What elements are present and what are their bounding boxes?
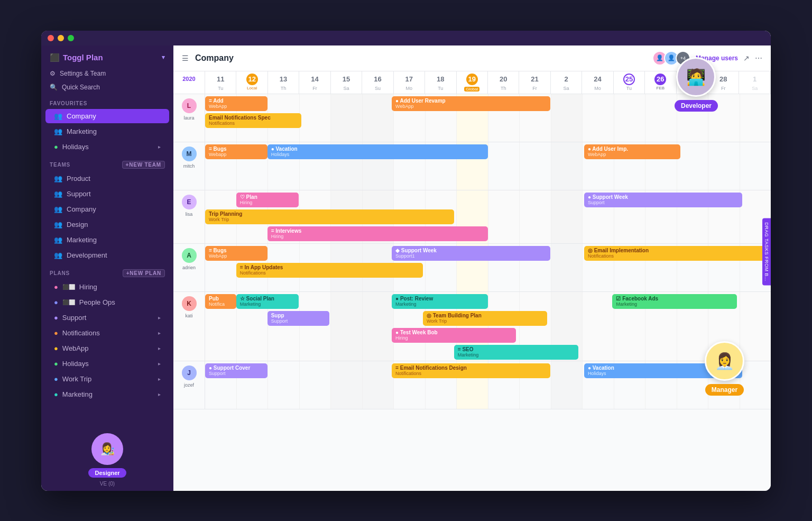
name-laura: laura <box>183 115 194 121</box>
name-mitch: mitch <box>183 163 195 169</box>
people-icon: 👥 <box>54 251 62 259</box>
sidebar-item-hiring[interactable]: ● ⬛⬜ Hiring <box>45 280 169 294</box>
chevron-icon: ▸ <box>158 391 161 397</box>
circle-icon: ● <box>54 143 58 151</box>
sidebar-item-development[interactable]: 👥 Development <box>45 248 169 262</box>
task-bugs-mitch[interactable]: = Bugs Webapp <box>205 144 267 159</box>
menu-icon[interactable]: ☰ <box>182 54 189 62</box>
manager-float: 👩‍💼 Manager <box>705 341 744 396</box>
user-kati: K kati <box>173 292 205 361</box>
task-email-impl[interactable]: ◎ Email Implementation Notifications <box>584 246 771 261</box>
sidebar-item-holidays-fav[interactable]: ● Holidays ▸ <box>45 140 169 154</box>
day-tu25: 25 Tu <box>614 71 645 94</box>
app-window: ⬛ Toggl Plan ▾ ⚙ Settings & Team 🔍 Quick… <box>41 31 771 491</box>
task-add[interactable]: = Add WebApp <box>205 96 267 111</box>
sidebar-item-product[interactable]: 👥 Product <box>45 171 169 186</box>
task-interviews[interactable]: = Interviews Hiring <box>267 226 488 241</box>
sidebar-item-company-team[interactable]: 👥 Company <box>45 202 169 216</box>
name-kati: kati <box>185 313 192 318</box>
sidebar-item-marketing-team[interactable]: 👥 Marketing <box>45 233 169 247</box>
task-test-week-bob[interactable]: ● Test Week Bob Hiring <box>392 328 516 343</box>
cells-mitch[interactable]: = Bugs Webapp ● Vacation Holidays ● Add … <box>205 142 771 190</box>
task-plan-hiring[interactable]: ♡ Plan Hiring <box>236 193 299 207</box>
sidebar-item-company[interactable]: 👥 Company <box>45 109 169 123</box>
task-social-plan[interactable]: ☆ Social Plan Marketing <box>236 294 299 309</box>
maximize-button[interactable] <box>68 35 74 41</box>
task-pub[interactable]: Pub Notifica <box>205 294 236 309</box>
minimize-button[interactable] <box>58 35 64 41</box>
day-sa2: 2Sa <box>551 71 582 94</box>
sidebar-item-notifications-plan[interactable]: ● Notifications ▸ <box>45 326 169 340</box>
sidebar-item-webapp-plan[interactable]: ● WebApp ▸ <box>45 341 169 355</box>
app-logo[interactable]: ⬛ Toggl Plan ▾ <box>41 45 173 67</box>
sidebar-item-design[interactable]: 👥 Design <box>45 217 169 232</box>
task-supp[interactable]: Supp Support <box>267 311 330 326</box>
task-add-user-revamp[interactable]: ● Add User Revamp WebApp <box>392 96 550 111</box>
more-icon[interactable]: ⋯ <box>755 54 762 62</box>
task-trip-planning[interactable]: Trip Planning Work Trip <box>205 209 454 224</box>
task-add-user-imp[interactable]: ● Add User Imp. WebApp <box>584 144 680 159</box>
titlebar <box>41 31 771 45</box>
sidebar-item-worktrip-plan[interactable]: ● Work Trip ▸ <box>45 372 169 386</box>
app-title: Toggl Plan <box>63 53 103 62</box>
plans-section: PLANS +New Plan <box>41 263 173 279</box>
avatar-laura: L <box>182 98 197 113</box>
designer-avatar: 👩‍🎨 <box>91 433 123 465</box>
task-team-building[interactable]: ◎ Team Building Plan Work Trip <box>423 311 547 326</box>
day-su16: 16Su <box>362 71 393 94</box>
task-vacation-mitch[interactable]: ● Vacation Holidays <box>267 144 488 159</box>
quick-search-item[interactable]: 🔍 Quick Search <box>41 80 173 94</box>
name-lisa: lisa <box>186 212 193 217</box>
sidebar-item-marketing-fav[interactable]: 👥 Marketing <box>45 124 169 139</box>
sidebar-item-marketing-plan[interactable]: ● Marketing ▸ <box>45 387 169 401</box>
task-facebook-ads[interactable]: ☑ Facebook Ads Marketing <box>612 294 736 309</box>
sidebar-item-people-ops[interactable]: ● ⬛⬜ People Ops <box>45 295 169 309</box>
task-support-week-lisa[interactable]: ● Support Week Support <box>584 193 743 207</box>
task-email-notif-spec[interactable]: Email Notifications Spec Notifications <box>205 113 301 128</box>
sidebar-item-support[interactable]: 👥 Support <box>45 187 169 201</box>
settings-team-item[interactable]: ⚙ Settings & Team <box>41 67 173 80</box>
new-team-button[interactable]: +New Team <box>122 161 165 169</box>
task-seo[interactable]: = SEO Marketing <box>454 345 578 360</box>
people-icon: 👥 <box>54 127 62 135</box>
task-bugs-adrien[interactable]: = Bugs WebApp <box>205 246 267 261</box>
sidebar-item-support-plan[interactable]: ● Support ▸ <box>45 310 169 325</box>
drag-tasks-panel: DRAG TASKS FROM B... <box>762 218 771 285</box>
favourites-section: FAVOURITES <box>41 94 173 108</box>
page-title: Company <box>195 53 646 63</box>
user-lisa: E lisa <box>173 190 205 243</box>
chevron-icon: ▸ <box>158 361 161 367</box>
developer-label: Developer <box>675 100 718 112</box>
cells-lisa[interactable]: ♡ Plan Hiring Trip Planning Work Trip = … <box>205 190 771 243</box>
row-jozef: J jozef ● Support Cover Support <box>173 361 771 409</box>
cells-adrien[interactable]: = Bugs WebApp = In App Updates Notificat… <box>205 244 771 291</box>
new-plan-button[interactable]: +New Plan <box>123 269 165 277</box>
share-icon[interactable]: ↗ <box>743 54 750 62</box>
cells-kati[interactable]: Pub Notifica ☆ Social Plan Marketing Sup… <box>205 292 771 361</box>
manager-avatar: 👩‍💼 <box>705 341 744 381</box>
task-email-notif-design[interactable]: = Email Notifications Design Notificatio… <box>392 363 550 378</box>
day-tu18: 18Tu <box>425 71 456 94</box>
row-adrien: A adrien = Bugs WebApp <box>173 244 771 292</box>
avatar-kati: K <box>182 296 197 311</box>
close-button[interactable] <box>48 35 54 41</box>
sidebar-item-holidays-plan[interactable]: ● Holidays ▸ <box>45 357 169 371</box>
dot-icon: ● <box>54 298 58 306</box>
chevron-icon: ▸ <box>158 315 161 321</box>
chevron-icon: ▸ <box>158 345 161 351</box>
day-we19: 19 Global <box>457 71 488 94</box>
avatar-lisa: E <box>182 195 197 209</box>
task-in-app-updates[interactable]: = In App Updates Notifications <box>236 263 423 278</box>
settings-icon: ⚙ <box>50 70 56 77</box>
task-post-review[interactable]: ● Post: Review Marketing <box>392 294 488 309</box>
task-support-week-adrien[interactable]: ◆ Support Week Support1 <box>392 246 550 261</box>
task-support-cover[interactable]: ● Support Cover Support <box>205 363 267 378</box>
cells-jozef[interactable]: ● Support Cover Support = Email Notifica… <box>205 361 771 409</box>
people-icon: 👥 <box>54 221 62 228</box>
day-fr21: 21Fr <box>519 71 550 94</box>
designer-label: Designer <box>88 468 126 478</box>
dot-icon: ● <box>54 329 58 337</box>
chevron-icon: ▸ <box>158 330 161 336</box>
sidebar: ⬛ Toggl Plan ▾ ⚙ Settings & Team 🔍 Quick… <box>41 31 173 491</box>
people-icon: 👥 <box>54 190 62 198</box>
